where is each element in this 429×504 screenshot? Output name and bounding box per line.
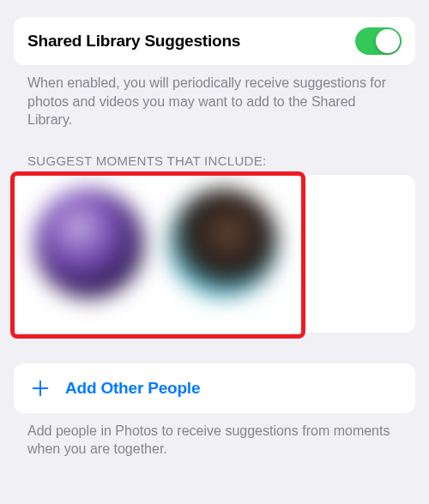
toggle-knob [376, 29, 400, 53]
shared-library-suggestions-title: Shared Library Suggestions [27, 32, 240, 51]
shared-library-suggestions-row: Shared Library Suggestions [14, 17, 415, 65]
add-other-people-label: Add Other People [65, 379, 200, 398]
suggest-moments-header: SUGGEST MOMENTS THAT INCLUDE: [14, 129, 415, 175]
add-other-people-button[interactable]: Add Other People [14, 363, 415, 413]
person-avatar-1[interactable] [34, 189, 144, 298]
person-avatar-2[interactable] [168, 189, 278, 298]
suggested-people-card [14, 175, 415, 333]
avatar-row [27, 185, 402, 298]
add-people-description: Add people in Photos to receive suggesti… [14, 413, 415, 459]
plus-icon [27, 375, 53, 401]
suggestions-description: When enabled, you will periodically rece… [14, 65, 415, 129]
shared-library-suggestions-toggle[interactable] [355, 27, 402, 55]
